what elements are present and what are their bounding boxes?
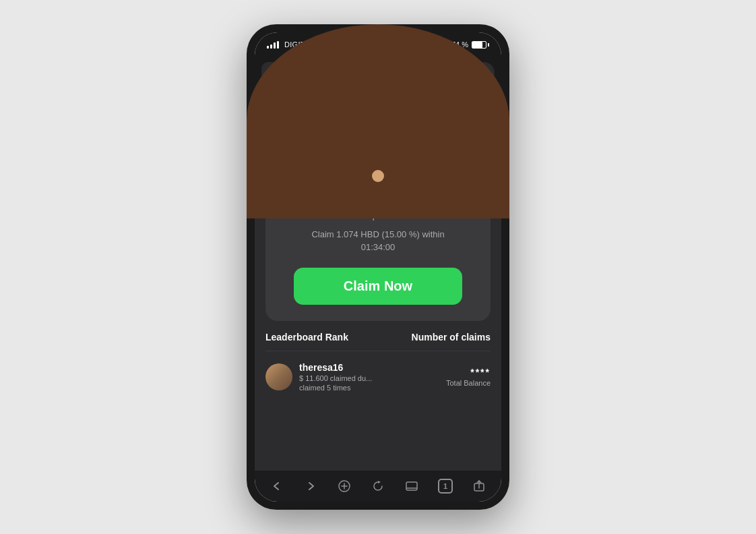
claim-timer-text: 01:34:00 bbox=[361, 242, 396, 252]
row-stats: **** Total Balance bbox=[446, 367, 491, 387]
phone-frame: DIGITEL LTE 1:21 p. m. ⊕ 74 % ✉ distriat… bbox=[247, 24, 509, 510]
add-tab-button[interactable] bbox=[332, 474, 356, 498]
row-stars: **** bbox=[446, 367, 491, 378]
battery-icon bbox=[472, 41, 489, 49]
row-claimed-amount: $ 11.600 claimed du... bbox=[299, 374, 439, 382]
display-button[interactable] bbox=[400, 474, 424, 498]
tab-count-badge: 1 bbox=[438, 479, 453, 494]
signal-icon bbox=[267, 41, 279, 49]
leaderboard-claims-col: Number of claims bbox=[412, 332, 491, 343]
row-username: theresa16 bbox=[299, 362, 439, 373]
row-info: theresa16 $ 11.600 claimed du... claimed… bbox=[299, 362, 439, 392]
leaderboard-row: theresa16 $ 11.600 claimed du... claimed… bbox=[265, 359, 491, 394]
share-button[interactable] bbox=[467, 474, 491, 498]
svg-rect-5 bbox=[406, 482, 417, 490]
row-balance-label: Total Balance bbox=[446, 379, 491, 387]
forward-button[interactable] bbox=[298, 474, 323, 498]
back-button[interactable] bbox=[265, 474, 289, 498]
row-avatar bbox=[265, 363, 292, 390]
leaderboard-rank-col: Leaderboard Rank bbox=[265, 332, 348, 343]
phone-screen: DIGITEL LTE 1:21 p. m. ⊕ 74 % ✉ distriat… bbox=[255, 32, 501, 502]
refresh-button[interactable] bbox=[366, 474, 390, 498]
leaderboard-header: Leaderboard Rank Number of claims bbox=[265, 332, 491, 351]
row-avatar-image bbox=[265, 363, 292, 390]
tab-counter-button[interactable]: 1 bbox=[433, 474, 458, 498]
leaderboard-section: Leaderboard Rank Number of claims theres… bbox=[265, 332, 491, 394]
claim-now-button[interactable]: Claim Now bbox=[294, 268, 462, 305]
main-content: 1.074 HBD This is from your recent trans… bbox=[255, 138, 501, 471]
claim-info: Claim 1.074 HBD (15.00 %) within 01:34:0… bbox=[279, 228, 477, 254]
bottom-nav-bar: 1 bbox=[255, 471, 501, 502]
row-claimed-times: claimed 5 times bbox=[299, 384, 439, 392]
claim-info-text: Claim 1.074 HBD (15.00 %) within bbox=[311, 229, 444, 239]
